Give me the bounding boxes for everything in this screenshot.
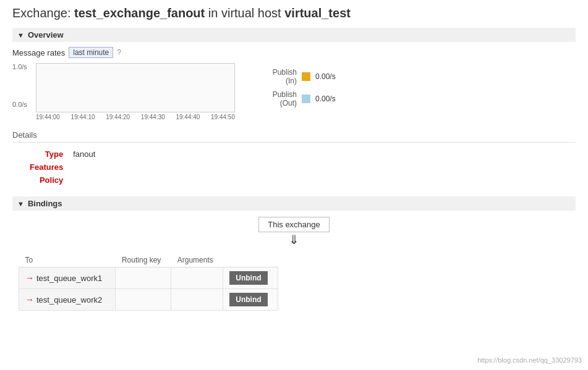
overview-header[interactable]: ▼ Overview — [12, 28, 576, 42]
legend-item-publish-out: Publish(Out) 0.00/s — [254, 90, 336, 107]
bindings-label: Bindings — [28, 199, 62, 208]
legend-color-publish-in — [302, 72, 310, 81]
overview-arrow: ▼ — [17, 32, 24, 39]
binding-queue-2: →test_queue_work2 — [19, 289, 116, 311]
unbind-button-2[interactable]: Unbind — [229, 293, 267, 306]
row-arrow-icon-1: → — [25, 273, 34, 283]
details-table: Type fanout Features Policy — [25, 148, 100, 187]
details-row-features: Features — [25, 161, 100, 174]
overview-section: ▼ Overview Message rates last minute ? 1… — [12, 28, 576, 120]
legend-color-publish-out — [302, 95, 310, 103]
details-key-type: Type — [25, 148, 68, 161]
legend-value-publish-in: 0.00/s — [315, 72, 336, 81]
row-arrow-icon-2: → — [25, 295, 34, 305]
legend-value-publish-out: 0.00/s — [315, 95, 336, 103]
col-header-to: To — [19, 253, 116, 267]
binding-arguments-2 — [171, 289, 223, 311]
col-header-arguments: Arguments — [171, 253, 223, 267]
binding-routing-key-2 — [116, 289, 171, 311]
col-header-routing-key: Routing key — [116, 253, 171, 267]
help-icon[interactable]: ? — [117, 48, 121, 57]
legend-label-publish-out: Publish(Out) — [254, 90, 297, 107]
details-value-features — [68, 161, 100, 174]
bindings-section: ▼ Bindings This exchange ⇓ To Routing ke… — [12, 196, 576, 311]
page-title: Exchange: test_exchange_fanout in virtua… — [12, 6, 576, 20]
legend-label-publish-in: Publish(In) — [254, 68, 297, 85]
chart-area: 1.0/s 0.0/s 19:44:00 19:44:10 19:44:20 1… — [12, 63, 576, 120]
binding-queue-1: →test_queue_work1 — [19, 267, 116, 289]
binding-diagram: This exchange ⇓ — [12, 217, 576, 247]
binding-row-2: →test_queue_work2 Unbind — [19, 289, 278, 311]
details-row-type: Type fanout — [25, 148, 100, 161]
legend-item-publish-in: Publish(In) 0.00/s — [254, 68, 336, 85]
y-axis-bottom: 0.0/s — [12, 101, 34, 108]
x-axis-labels: 19:44:00 19:44:10 19:44:20 19:44:30 19:4… — [36, 114, 235, 120]
this-exchange-button: This exchange — [258, 217, 330, 232]
binding-routing-key-1 — [116, 267, 171, 289]
details-key-features: Features — [25, 161, 68, 174]
binding-action-1: Unbind — [223, 267, 278, 289]
details-key-policy: Policy — [25, 174, 68, 187]
binding-action-2: Unbind — [223, 289, 278, 311]
y-axis-labels: 1.0/s 0.0/s — [12, 63, 34, 108]
unbind-button-1[interactable]: Unbind — [229, 271, 267, 285]
details-value-type: fanout — [68, 148, 100, 161]
bindings-header[interactable]: ▼ Bindings — [12, 196, 576, 211]
chart-graph — [36, 63, 235, 112]
message-rates-row: Message rates last minute ? — [12, 47, 576, 58]
message-rates-label: Message rates — [12, 48, 65, 57]
bindings-arrow: ▼ — [17, 200, 24, 208]
details-title: Details — [12, 130, 576, 143]
overview-label: Overview — [28, 30, 64, 40]
y-axis-top: 1.0/s — [12, 63, 34, 70]
details-value-policy — [68, 174, 100, 187]
details-section: Details Type fanout Features Policy — [12, 130, 576, 187]
time-range-badge[interactable]: last minute — [69, 47, 113, 58]
bindings-table-header-row: To Routing key Arguments — [19, 253, 278, 267]
details-row-policy: Policy — [25, 174, 100, 187]
binding-arguments-1 — [171, 267, 223, 289]
chart-container: 1.0/s 0.0/s 19:44:00 19:44:10 19:44:20 1… — [12, 63, 235, 120]
down-arrow-icon: ⇓ — [289, 233, 299, 246]
legend-area: Publish(In) 0.00/s Publish(Out) 0.00/s — [254, 63, 336, 107]
binding-row-1: →test_queue_work1 Unbind — [19, 267, 278, 289]
bindings-table: To Routing key Arguments →test_queue_wor… — [19, 253, 278, 311]
col-header-action — [223, 253, 278, 267]
